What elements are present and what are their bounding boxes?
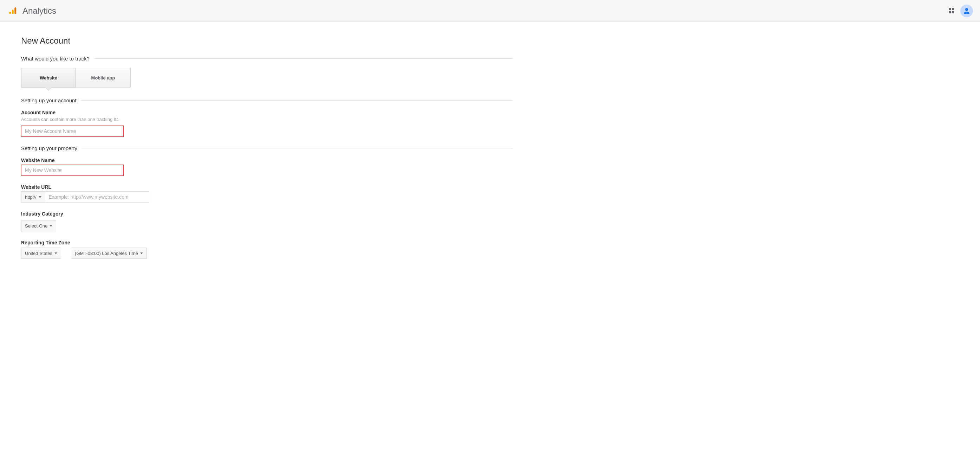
timezone-label: Reporting Time Zone xyxy=(21,240,513,246)
svg-rect-1 xyxy=(12,10,14,14)
website-name-input[interactable] xyxy=(21,164,124,176)
user-avatar[interactable] xyxy=(960,5,973,17)
section-label-property: Setting up your property xyxy=(21,145,77,151)
industry-value: Select One xyxy=(25,223,48,228)
chevron-down-icon xyxy=(54,252,57,254)
timezone-zone-dropdown[interactable]: (GMT-08:00) Los Angeles Time xyxy=(71,247,147,259)
timezone-zone-value: (GMT-08:00) Los Angeles Time xyxy=(75,251,138,256)
website-url-input[interactable] xyxy=(45,191,149,203)
protocol-dropdown[interactable]: http:// xyxy=(21,191,45,203)
section-label-track: What would you like to track? xyxy=(21,56,89,62)
timezone-country-dropdown[interactable]: United States xyxy=(21,247,61,259)
chevron-down-icon xyxy=(140,252,143,254)
account-name-label: Account Name xyxy=(21,110,513,115)
timezone-country-value: United States xyxy=(25,251,52,256)
tab-mobile-app[interactable]: Mobile app xyxy=(76,68,130,88)
app-title: Analytics xyxy=(22,6,56,16)
section-label-account: Setting up your account xyxy=(21,97,76,104)
apps-grid-icon[interactable] xyxy=(949,8,954,13)
chevron-down-icon xyxy=(39,196,41,198)
svg-rect-2 xyxy=(14,7,16,14)
tab-website[interactable]: Website xyxy=(21,68,76,88)
analytics-logo-icon xyxy=(7,6,18,16)
tab-label: Website xyxy=(40,75,57,81)
page-title: New Account xyxy=(21,36,513,46)
chevron-down-icon xyxy=(49,225,52,227)
account-name-hint: Accounts can contain more than one track… xyxy=(21,117,513,122)
svg-point-3 xyxy=(965,8,968,11)
industry-dropdown[interactable]: Select One xyxy=(21,220,56,231)
website-name-label: Website Name xyxy=(21,158,513,163)
svg-rect-0 xyxy=(9,11,11,14)
protocol-value: http:// xyxy=(25,195,37,200)
tab-label: Mobile app xyxy=(91,75,115,81)
website-url-label: Website URL xyxy=(21,184,513,190)
industry-label: Industry Category xyxy=(21,211,513,217)
account-name-input[interactable] xyxy=(21,126,124,137)
